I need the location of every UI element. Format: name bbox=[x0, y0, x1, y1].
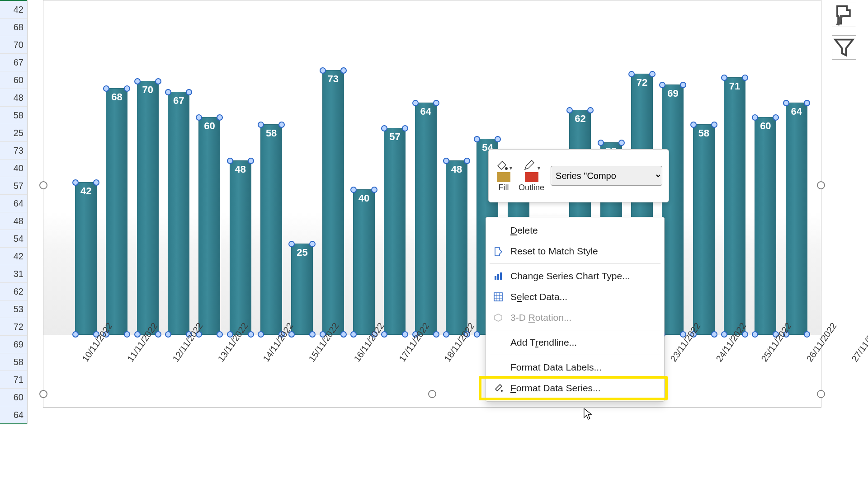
series-selection-handle[interactable] bbox=[649, 71, 656, 77]
row-value-cell[interactable]: 31 bbox=[0, 265, 27, 283]
data-bar[interactable]: 58 bbox=[693, 124, 715, 335]
chart-plot-area[interactable]: 4268706760485825734057644854423162537269… bbox=[71, 46, 812, 335]
series-selection-handle[interactable] bbox=[155, 78, 161, 84]
series-selection-handle[interactable] bbox=[680, 82, 686, 88]
row-value-cell[interactable]: 25 bbox=[0, 124, 27, 142]
series-selection-handle[interactable] bbox=[217, 114, 223, 121]
series-selection-handle[interactable] bbox=[186, 89, 192, 95]
data-bar[interactable]: 69 bbox=[662, 84, 684, 335]
row-value-cell[interactable]: 48 bbox=[0, 89, 27, 107]
row-value-cell[interactable]: 70 bbox=[0, 36, 27, 54]
row-value-cell[interactable]: 62 bbox=[0, 283, 27, 300]
data-bar[interactable]: 68 bbox=[106, 88, 127, 335]
series-selection-handle[interactable] bbox=[628, 71, 635, 77]
series-selection-handle[interactable] bbox=[752, 114, 758, 121]
series-selection-handle[interactable] bbox=[288, 241, 295, 247]
data-bar[interactable]: 42 bbox=[75, 182, 97, 335]
row-value-cell[interactable]: 67 bbox=[0, 54, 27, 71]
series-selection-handle[interactable] bbox=[124, 85, 130, 92]
series-selection-handle[interactable] bbox=[350, 187, 357, 193]
row-value-cell[interactable]: 73 bbox=[0, 142, 27, 160]
row-value-cell[interactable]: 53 bbox=[0, 300, 27, 318]
chart-format-paintbrush-button[interactable] bbox=[832, 3, 856, 27]
series-selection-handle[interactable] bbox=[721, 331, 727, 338]
series-selection-handle[interactable] bbox=[371, 187, 377, 193]
series-selection-handle[interactable] bbox=[474, 136, 480, 142]
series-selection-handle[interactable] bbox=[433, 100, 439, 106]
series-selection-handle[interactable] bbox=[804, 100, 810, 106]
series-selection-handle[interactable] bbox=[309, 241, 316, 247]
series-selection-handle[interactable] bbox=[103, 85, 109, 92]
row-value-cell[interactable]: 64 bbox=[0, 195, 27, 212]
row-value-cell[interactable]: 68 bbox=[0, 19, 27, 36]
data-bar[interactable]: 48 bbox=[446, 160, 467, 335]
series-selection-handle[interactable] bbox=[402, 331, 408, 338]
series-selection-handle[interactable] bbox=[443, 158, 449, 164]
row-value-cell[interactable]: 60 bbox=[0, 389, 27, 406]
format-data-series-menu-item[interactable]: Format Data Series... bbox=[486, 378, 664, 399]
data-bar[interactable]: 60 bbox=[755, 117, 776, 335]
row-value-cell[interactable]: 58 bbox=[0, 107, 27, 124]
data-bar[interactable]: 64 bbox=[786, 103, 807, 335]
series-selection-handle[interactable] bbox=[196, 114, 202, 121]
series-selection-handle[interactable] bbox=[278, 122, 285, 128]
series-selection-handle[interactable] bbox=[320, 67, 326, 74]
data-bar[interactable]: 70 bbox=[137, 81, 159, 335]
series-selection-handle[interactable] bbox=[598, 140, 604, 146]
chart-resize-handle[interactable] bbox=[428, 390, 436, 398]
series-selection-handle[interactable] bbox=[412, 100, 419, 106]
reset-style-menu-item[interactable]: Reset to Match Style bbox=[486, 241, 664, 262]
series-selection-handle[interactable] bbox=[587, 107, 594, 113]
chart-filter-button[interactable] bbox=[832, 35, 856, 60]
row-value-cell[interactable]: 72 bbox=[0, 318, 27, 336]
series-selection-handle[interactable] bbox=[721, 75, 727, 81]
row-value-cell[interactable]: 42 bbox=[0, 0, 27, 19]
series-selection-handle[interactable] bbox=[93, 179, 99, 186]
series-selection-handle[interactable] bbox=[72, 179, 79, 186]
series-selection-handle[interactable] bbox=[690, 122, 697, 128]
row-value-cell[interactable]: 54 bbox=[0, 230, 27, 248]
row-value-cell[interactable]: 48 bbox=[0, 212, 27, 230]
row-value-cell[interactable]: 42 bbox=[0, 248, 27, 265]
series-selection-handle[interactable] bbox=[258, 122, 264, 128]
chart-resize-handle[interactable] bbox=[39, 390, 47, 398]
series-selection-handle[interactable] bbox=[340, 67, 347, 74]
row-value-cell[interactable]: 69 bbox=[0, 336, 27, 353]
row-value-cell[interactable]: 71 bbox=[0, 371, 27, 389]
data-bar[interactable]: 57 bbox=[384, 128, 406, 335]
series-selection-handle[interactable] bbox=[783, 100, 789, 106]
series-selection-handle[interactable] bbox=[495, 136, 501, 142]
series-selection-handle[interactable] bbox=[381, 125, 387, 131]
row-value-cell[interactable]: 40 bbox=[0, 160, 27, 177]
chart-resize-handle[interactable] bbox=[817, 181, 825, 189]
series-selection-handle[interactable] bbox=[566, 107, 573, 113]
add-trendline-menu-item[interactable]: Add Trendline... bbox=[486, 332, 664, 353]
row-value-cell[interactable]: 64 bbox=[0, 406, 27, 424]
change-chart-type-menu-item[interactable]: Change Series Chart Type... bbox=[486, 266, 664, 286]
series-selection-handle[interactable] bbox=[248, 158, 254, 164]
row-value-cell[interactable]: 58 bbox=[0, 353, 27, 371]
data-bar[interactable]: 40 bbox=[353, 189, 375, 335]
data-bar[interactable]: 73 bbox=[322, 70, 344, 335]
data-bar[interactable]: 25 bbox=[291, 244, 313, 335]
series-selection-handle[interactable] bbox=[227, 158, 233, 164]
series-selection-handle[interactable] bbox=[711, 122, 717, 128]
series-selection-handle[interactable] bbox=[165, 89, 171, 95]
series-selection-handle[interactable] bbox=[659, 82, 665, 88]
data-bar[interactable]: 48 bbox=[230, 160, 251, 335]
chart-object[interactable]: 4268706760485825734057644854423162537269… bbox=[43, 0, 821, 408]
series-selection-handle[interactable] bbox=[618, 140, 625, 146]
row-value-cell[interactable]: 57 bbox=[0, 177, 27, 195]
chart-resize-handle[interactable] bbox=[817, 390, 825, 398]
data-bar[interactable]: 71 bbox=[724, 77, 745, 335]
format-data-labels-menu-item[interactable]: Format Data Labels... bbox=[486, 357, 664, 378]
fill-dropdown[interactable]: ▾ Fill bbox=[495, 160, 512, 192]
row-value-cell[interactable]: 60 bbox=[0, 71, 27, 89]
data-bar[interactable]: 67 bbox=[168, 92, 189, 335]
outline-dropdown[interactable]: ▾ Outline bbox=[519, 160, 544, 192]
series-selection-handle[interactable] bbox=[402, 125, 408, 131]
series-selector-dropdown[interactable]: Series "Compo bbox=[551, 166, 662, 186]
series-selection-handle[interactable] bbox=[742, 75, 748, 81]
series-selection-handle[interactable] bbox=[309, 331, 316, 338]
series-selection-handle[interactable] bbox=[464, 158, 470, 164]
